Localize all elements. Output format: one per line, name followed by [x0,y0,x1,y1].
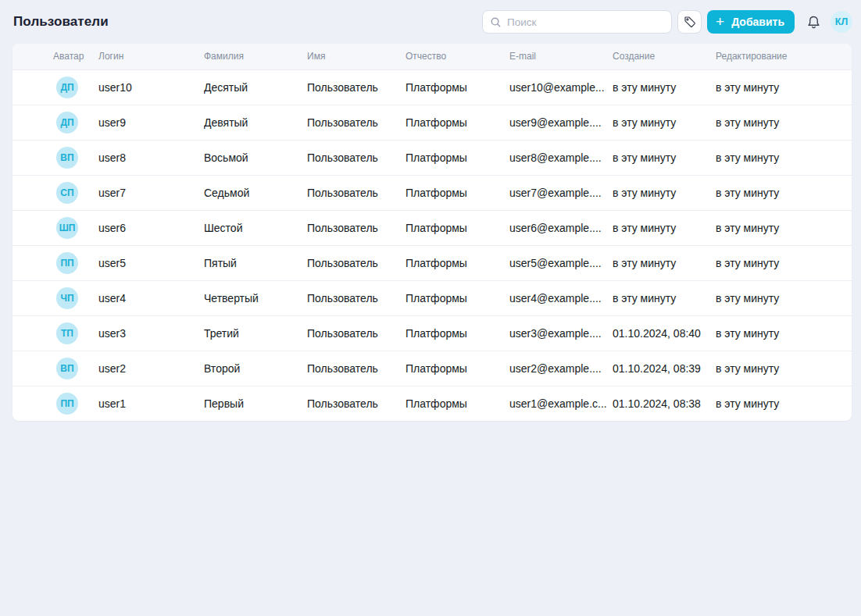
cell-middlename: Платформы [405,175,509,210]
cell-firstname: Пользователь [307,69,405,105]
cell-middlename: Платформы [405,245,509,280]
cell-avatar: ЧП [13,280,98,315]
cell-middlename: Платформы [405,210,509,245]
row-avatar: ЧП [56,287,78,309]
column-header-firstname: Имя [307,44,405,69]
table-row[interactable]: ДП user9 Девятый Пользователь Платформы … [13,105,852,140]
cell-edited: в эту минуту [716,210,852,245]
row-avatar: ПП [56,252,78,274]
table-row[interactable]: ПП user1 Первый Пользователь Платформы u… [13,386,852,421]
row-avatar: ТП [56,322,78,344]
column-header-edited: Редактирование [716,44,852,69]
page-title: Пользователи [13,14,109,30]
cell-firstname: Пользователь [307,351,405,386]
cell-lastname: Четвертый [204,280,307,315]
cell-firstname: Пользователь [307,386,405,421]
cell-email: user10@example... [509,69,613,105]
column-header-middlename: Отчество [405,44,509,69]
cell-edited: в эту минуту [716,280,852,315]
cell-login: user2 [98,351,204,386]
cell-created: в эту минуту [613,140,716,175]
cell-middlename: Платформы [405,351,509,386]
row-avatar: ВП [56,147,78,169]
table-row[interactable]: ШП user6 Шестой Пользователь Платформы u… [13,210,852,245]
cell-lastname: Пятый [204,245,307,280]
cell-lastname: Девятый [204,105,307,140]
table-header-row: Аватар Логин Фамилия Имя Отчество E-mail… [13,44,852,69]
search-box[interactable] [482,10,672,34]
cell-edited: в эту минуту [716,105,852,140]
cell-email: user1@example.c... [509,386,613,421]
profile-avatar[interactable]: КЛ [831,11,852,33]
cell-edited: в эту минуту [716,315,852,351]
cell-avatar: ВП [13,140,98,175]
cell-created: в эту минуту [613,105,716,140]
cell-login: user10 [98,69,204,105]
users-table-card: Аватар Логин Фамилия Имя Отчество E-mail… [13,44,852,421]
cell-middlename: Платформы [405,315,509,351]
cell-avatar: ШП [13,210,98,245]
cell-login: user3 [98,315,204,351]
cell-edited: в эту минуту [716,386,852,421]
cell-login: user4 [98,280,204,315]
table-row[interactable]: ПП user5 Пятый Пользователь Платформы us… [13,245,852,280]
cell-avatar: ТП [13,315,98,351]
column-header-created: Создание [613,44,716,69]
cell-edited: в эту минуту [716,175,852,210]
column-header-login: Логин [98,44,204,69]
cell-middlename: Платформы [405,69,509,105]
cell-email: user4@example.... [509,280,613,315]
table-row[interactable]: ЧП user4 Четвертый Пользователь Платформ… [13,280,852,315]
tags-button[interactable] [677,10,702,34]
cell-avatar: СП [13,175,98,210]
notifications-button[interactable] [805,13,823,31]
search-icon [490,16,502,28]
cell-firstname: Пользователь [307,280,405,315]
cell-avatar: ПП [13,245,98,280]
cell-lastname: Третий [204,315,307,351]
column-header-lastname: Фамилия [204,44,307,69]
cell-login: user8 [98,140,204,175]
cell-firstname: Пользователь [307,105,405,140]
row-avatar: ВП [56,358,78,379]
cell-edited: в эту минуту [716,69,852,105]
cell-email: user7@example.... [509,175,613,210]
search-input[interactable] [507,16,663,28]
cell-created: 01.10.2024, 08:39 [613,351,716,386]
cell-email: user2@example.... [509,351,613,386]
add-user-button[interactable]: + Добавить [707,10,795,34]
cell-login: user1 [98,386,204,421]
cell-login: user9 [98,105,204,140]
topbar-actions: + Добавить КЛ [482,10,852,34]
cell-email: user8@example.... [509,140,613,175]
cell-login: user6 [98,210,204,245]
cell-avatar: ДП [13,69,98,105]
table-row[interactable]: ВП user8 Восьмой Пользователь Платформы … [13,140,852,175]
table-row[interactable]: ВП user2 Второй Пользователь Платформы u… [13,351,852,386]
cell-lastname: Шестой [204,210,307,245]
cell-middlename: Платформы [405,140,509,175]
cell-created: в эту минуту [613,245,716,280]
cell-middlename: Платформы [405,280,509,315]
cell-email: user6@example.... [509,210,613,245]
table-row[interactable]: ДП user10 Десятый Пользователь Платформы… [13,69,852,105]
column-header-avatar: Аватар [13,44,98,69]
bell-icon [806,15,821,30]
tag-icon [684,16,696,28]
cell-email: user3@example.... [509,315,613,351]
row-avatar: СП [56,182,78,204]
cell-lastname: Первый [204,386,307,421]
cell-lastname: Второй [204,351,307,386]
cell-email: user9@example.... [509,105,613,140]
cell-edited: в эту минуту [716,245,852,280]
cell-edited: в эту минуту [716,140,852,175]
cell-created: в эту минуту [613,175,716,210]
table-row[interactable]: СП user7 Седьмой Пользователь Платформы … [13,175,852,210]
cell-firstname: Пользователь [307,245,405,280]
cell-firstname: Пользователь [307,140,405,175]
table-row[interactable]: ТП user3 Третий Пользователь Платформы u… [13,315,852,351]
cell-created: в эту минуту [613,69,716,105]
cell-login: user5 [98,245,204,280]
cell-created: в эту минуту [613,210,716,245]
cell-email: user5@example.... [509,245,613,280]
